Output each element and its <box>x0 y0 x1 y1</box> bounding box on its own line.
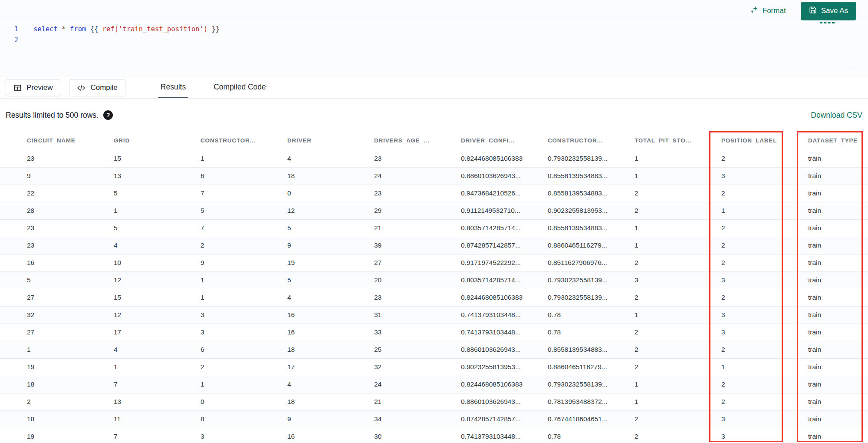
table-cell: 1 <box>201 376 287 393</box>
table-cell: 12 <box>114 271 201 289</box>
table-cell: 2 <box>721 254 808 271</box>
table-header-row: CIRCUIT_NAMEGRIDCONSTRUCTOR...DRIVERDRIV… <box>0 132 868 150</box>
table-cell: 1 <box>635 306 721 324</box>
table-cell: 0.9023255813953... <box>461 358 548 376</box>
table-cell: 6 <box>201 167 287 185</box>
results-limit-group: Results limited to 500 rows. ? <box>6 110 113 120</box>
table-cell: 2 <box>721 289 808 306</box>
table-cell: 5 <box>287 219 374 237</box>
table-cell: 19 <box>0 358 114 376</box>
table-cell: 1 <box>201 150 287 167</box>
tab-compiled-code[interactable]: Compiled Code <box>211 77 269 98</box>
table-cell: 19 <box>0 428 114 443</box>
format-button[interactable]: Format <box>750 6 786 17</box>
table-cell: 27 <box>0 324 114 341</box>
table-row: 1610919270.9171974522292...0.85116279069… <box>0 254 868 271</box>
table-cell: train <box>808 410 868 428</box>
table-cell: 3 <box>635 271 721 289</box>
table-cell: 2 <box>201 237 287 254</box>
table-cell: 21 <box>374 393 461 410</box>
table-row: 51215200.8035714285714...0.7930232558139… <box>0 271 868 289</box>
table-row: 181189340.8742857142857...0.767441860465… <box>0 410 868 428</box>
table-cell: 5 <box>0 271 114 289</box>
tab-results[interactable]: Results <box>158 77 188 98</box>
table-cell: 1 <box>721 202 808 219</box>
table-cell: 9 <box>0 167 114 185</box>
table-cell: 4 <box>114 237 201 254</box>
table-cell: 0 <box>201 393 287 410</box>
table-cell: 2 <box>635 324 721 341</box>
table-cell: 0.7413793103448... <box>461 324 548 341</box>
table-cell: 15 <box>114 150 201 167</box>
table-cell: 0 <box>287 185 374 202</box>
save-as-button[interactable]: Save As <box>801 2 856 20</box>
code-editor[interactable]: 1 select * from {{ ref('train_test_posit… <box>0 22 868 77</box>
table-cell: 32 <box>0 306 114 324</box>
table-cell: 9 <box>201 254 287 271</box>
table-cell: 27 <box>374 254 461 271</box>
table-cell: 7 <box>201 185 287 202</box>
table-cell: 0.7930232558139... <box>548 271 635 289</box>
download-csv-link[interactable]: Download CSV <box>811 111 862 120</box>
sql-editor-section: Format Save As 1 select * from {{ ref('t… <box>0 0 868 77</box>
help-icon[interactable]: ? <box>103 110 113 120</box>
preview-button[interactable]: Preview <box>6 79 60 96</box>
table-cell: 13 <box>114 167 201 185</box>
table-cell: 0.7930232558139... <box>548 150 635 167</box>
table-cell: 1 <box>114 358 201 376</box>
table-cell: 2 <box>721 237 808 254</box>
table-cell: 2 <box>721 393 808 410</box>
table-row: 3212316310.7413793103448...0.7813train <box>0 306 868 324</box>
column-header: DATASET_TYPE <box>808 132 868 150</box>
table-cell: 0.8860103626943... <box>461 167 548 185</box>
table-cell: 2 <box>721 185 808 202</box>
table-cell: 2 <box>201 358 287 376</box>
table-cell: train <box>808 202 868 219</box>
table-cell: 4 <box>287 376 374 393</box>
table-cell: 3 <box>721 306 808 324</box>
table-cell: 0.8860103626943... <box>461 393 548 410</box>
table-cell: 3 <box>721 428 808 443</box>
table-cell: train <box>808 237 868 254</box>
table-cell: 1 <box>0 341 114 358</box>
table-cell: train <box>808 306 868 324</box>
table-cell: 18 <box>287 167 374 185</box>
table-cell: 0.8511627906976... <box>548 254 635 271</box>
table-row: 281512290.9112149532710...0.902325581395… <box>0 202 868 219</box>
code-line-1[interactable]: 1 select * from {{ ref('train_test_posit… <box>0 23 868 34</box>
table-cell: 39 <box>374 237 461 254</box>
table-cell: train <box>808 150 868 167</box>
save-icon <box>809 6 817 16</box>
table-row: 23429390.8742857142857...0.8860465116279… <box>0 237 868 254</box>
table-cell: 0.9171974522292... <box>461 254 548 271</box>
code-line-2[interactable]: 2 <box>0 34 868 45</box>
sql-operator: * <box>58 25 70 33</box>
compile-button[interactable]: Compile <box>69 79 125 96</box>
table-cell: train <box>808 428 868 443</box>
table-row: 231514230.8244680851063830.7930232558139… <box>0 150 868 167</box>
table-cell: 12 <box>287 202 374 219</box>
table-cell: 9 <box>287 410 374 428</box>
results-tabs: Results Compiled Code <box>158 77 291 98</box>
run-bar: Preview Compile Results Compiled Code <box>0 77 868 99</box>
table-cell: 19 <box>287 254 374 271</box>
table-cell: 16 <box>287 428 374 443</box>
table-cell: 32 <box>374 358 461 376</box>
table-cell: train <box>808 167 868 185</box>
table-cell: 2 <box>635 428 721 443</box>
table-row: 2717316330.7413793103448...0.7823train <box>0 324 868 341</box>
line-number: 2 <box>0 36 18 44</box>
column-header: DRIVER <box>287 132 374 150</box>
table-cell: 16 <box>287 306 374 324</box>
table-cell: train <box>808 358 868 376</box>
table-cell: 23 <box>374 185 461 202</box>
tab-results-label: Results <box>161 83 186 92</box>
save-as-button-label: Save As <box>821 7 848 15</box>
table-cell: 3 <box>721 167 808 185</box>
table-cell: 18 <box>287 341 374 358</box>
table-cell: 3 <box>721 271 808 289</box>
line-number: 1 <box>0 25 18 33</box>
table-cell: 7 <box>114 428 201 443</box>
table-cell: 16 <box>287 324 374 341</box>
table-cell: 2 <box>635 358 721 376</box>
